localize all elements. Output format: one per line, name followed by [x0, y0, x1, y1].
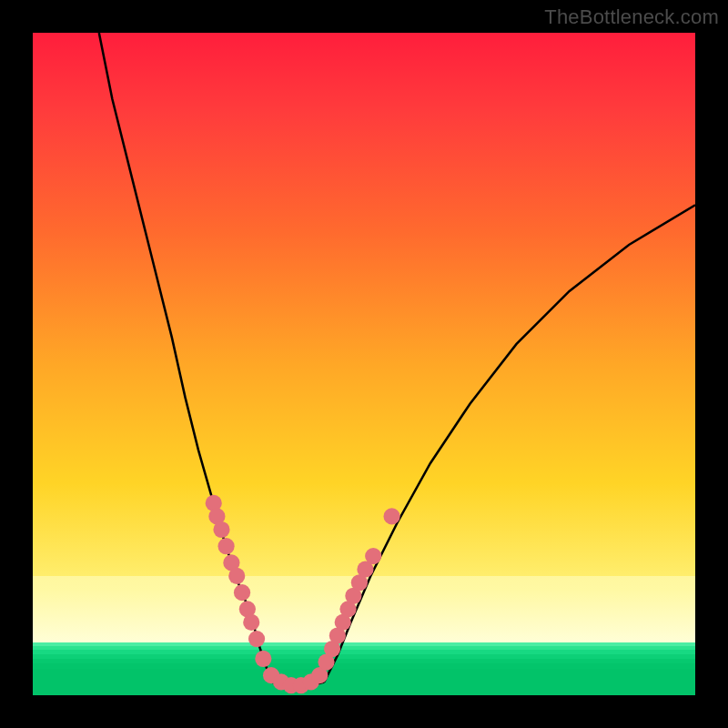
marker-dot: [255, 651, 271, 667]
plot-area: [33, 33, 695, 695]
curve-right: [324, 205, 695, 682]
watermark-text: TheBottleneck.com: [544, 5, 719, 29]
curve-group: [99, 33, 695, 689]
marker-dot: [248, 631, 265, 647]
marker-dot: [228, 568, 245, 584]
marker-dot: [213, 521, 229, 538]
marker-dot: [217, 538, 234, 554]
marker-dot: [383, 508, 399, 524]
marker-dot: [243, 614, 259, 631]
marker-dot: [234, 584, 250, 601]
curve-left: [99, 33, 271, 682]
outer-frame: TheBottleneck.com: [0, 0, 728, 728]
marker-dot: [365, 548, 381, 564]
marker-group: [206, 495, 400, 693]
chart-svg: [33, 33, 695, 695]
